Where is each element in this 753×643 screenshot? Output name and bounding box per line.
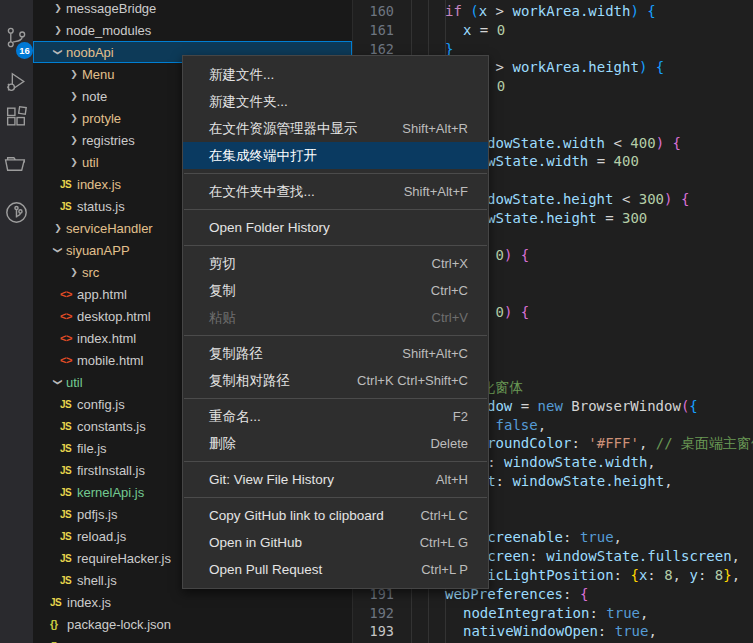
menu-item-label: Git: View File History <box>209 472 334 487</box>
menu-item-label: Copy GitHub link to clipboard <box>209 508 384 523</box>
code-line-192[interactable]: 192nodeIntegration: true, <box>353 604 753 623</box>
js-file-icon: JS <box>60 201 77 212</box>
js-file-icon: JS <box>60 421 77 432</box>
code-line-160[interactable]: 160if (x > workArea.width) { <box>353 2 753 21</box>
line-number: 160 <box>353 2 394 21</box>
menu-item-open-pull-request[interactable]: Open Pull RequestCtrl+L P <box>183 556 488 583</box>
tree-item-label: package-lock.json <box>67 617 171 632</box>
menu-item-shortcut: Ctrl+L G <box>420 535 468 550</box>
menu-item-label: 剪切 <box>209 255 236 273</box>
tree-item-label: index.js <box>77 177 121 192</box>
source-control-icon[interactable]: 16 <box>0 22 33 52</box>
menu-item-label: 删除 <box>209 435 236 453</box>
menu-item-shortcut: Shift+Alt+F <box>404 184 468 199</box>
menu-item-复制[interactable]: 复制Ctrl+C <box>183 277 488 304</box>
menu-item-shortcut: Ctrl+L P <box>421 562 468 577</box>
tree-item-clipped[interactable]: {} <box>33 635 352 643</box>
menu-item-shortcut: Alt+H <box>436 472 468 487</box>
js-file-icon: JS <box>60 443 77 454</box>
menu-item-label: 在集成终端中打开 <box>209 147 317 165</box>
menu-separator <box>184 245 487 246</box>
chevron-down-icon <box>50 245 66 255</box>
tree-item-label: shell.js <box>77 573 117 588</box>
tree-item-label: config.js <box>77 397 125 412</box>
menu-item-新建文件夹-[interactable]: 新建文件夹... <box>183 88 488 115</box>
js-file-icon: JS <box>60 575 77 586</box>
line-number: 193 <box>353 622 394 641</box>
tree-item-label: serviceHandler <box>66 221 153 236</box>
menu-item-label: Open Pull Request <box>209 562 322 577</box>
chevron-right-icon <box>50 223 66 233</box>
tree-item-label: util <box>66 375 83 390</box>
menu-item-git-view-file-history[interactable]: Git: View File HistoryAlt+H <box>183 466 488 493</box>
tree-item-label: util <box>82 155 99 170</box>
tree-item-label: messageBridge <box>66 1 156 16</box>
tree-item-label: pdfjs.js <box>77 507 117 522</box>
menu-item-copy-github-link-to-clipboard[interactable]: Copy GitHub link to clipboardCtrl+L C <box>183 502 488 529</box>
folder-icon[interactable] <box>0 149 33 179</box>
js-file-icon: JS <box>60 399 77 410</box>
tree-item-label: note <box>82 89 107 104</box>
vscode-window: 160if (x > workArea.width) {161x = 0162}… <box>0 0 753 643</box>
code-text: if (x > workArea.width) { <box>445 2 656 21</box>
tree-item-messageBridge[interactable]: messageBridge <box>33 0 352 19</box>
tree-item-label: app.html <box>77 287 127 302</box>
tree-item-label: firstInstall.js <box>77 463 145 478</box>
menu-item-在文件资源管理器中显示[interactable]: 在文件资源管理器中显示Shift+Alt+R <box>183 115 488 142</box>
menu-item-在文件夹中查找-[interactable]: 在文件夹中查找...Shift+Alt+F <box>183 178 488 205</box>
run-debug-icon[interactable] <box>0 66 33 96</box>
tree-item-label: Menu <box>82 67 115 82</box>
menu-item-shortcut: Delete <box>430 436 468 451</box>
chevron-right-icon <box>66 69 82 79</box>
chevron-right-icon <box>66 135 82 145</box>
menu-item-复制相对路径[interactable]: 复制相对路径Ctrl+K Ctrl+Shift+C <box>183 367 488 394</box>
menu-item-shortcut: Ctrl+X <box>432 256 468 271</box>
tree-item-node_modules[interactable]: node_modules <box>33 19 352 41</box>
tree-item-label: requireHacker.js <box>77 551 171 566</box>
chevron-down-icon <box>50 47 66 57</box>
html-file-icon: <> <box>60 354 77 366</box>
html-file-icon: <> <box>60 310 77 322</box>
menu-item-shortcut: Ctrl+K Ctrl+Shift+C <box>357 373 468 388</box>
js-file-icon: JS <box>60 487 77 498</box>
menu-item-剪切[interactable]: 剪切Ctrl+X <box>183 250 488 277</box>
menu-item-删除[interactable]: 删除Delete <box>183 430 488 457</box>
extensions-icon[interactable] <box>0 101 33 131</box>
tree-item-label: index.html <box>77 331 136 346</box>
menu-item-open-in-github[interactable]: Open in GitHubCtrl+L G <box>183 529 488 556</box>
menu-item-新建文件-[interactable]: 新建文件... <box>183 61 488 88</box>
menu-item-open-folder-history[interactable]: Open Folder History <box>183 214 488 241</box>
menu-item-shortcut: Shift+Alt+C <box>402 346 468 361</box>
code-line-193[interactable]: 193nativeWindowOpen: true, <box>353 622 753 641</box>
menu-item-label: 在文件夹中查找... <box>209 183 315 201</box>
chevron-right-icon <box>50 25 66 35</box>
tree-item-label: index.js <box>67 595 111 610</box>
tree-item-package-lock.json[interactable]: {}package-lock.json <box>33 613 352 635</box>
tree-item-label: protyle <box>82 111 121 126</box>
menu-item-label: 复制相对路径 <box>209 372 290 390</box>
menu-item-label: 复制路径 <box>209 345 263 363</box>
circle-fork-icon[interactable] <box>0 197 33 227</box>
tree-item-label: reload.js <box>77 529 126 544</box>
menu-item-label: 新建文件... <box>209 66 274 84</box>
code-text: backgroundColor: '#FFF', // 桌面端主窗体背景色 <box>445 434 753 453</box>
tree-item-label: node_modules <box>66 23 151 38</box>
menu-item-重命名-[interactable]: 重命名...F2 <box>183 403 488 430</box>
tree-item-label: src <box>82 265 99 280</box>
chevron-down-icon <box>50 377 66 387</box>
line-number: 161 <box>353 21 394 40</box>
code-text: trafficLightPosition: {x: 8, y: 8}, <box>445 566 740 585</box>
scm-changes-badge: 16 <box>16 42 33 59</box>
code-line-161[interactable]: 161x = 0 <box>353 21 753 40</box>
js-file-icon: JS <box>60 553 77 564</box>
menu-separator <box>184 173 487 174</box>
menu-item-复制路径[interactable]: 复制路径Shift+Alt+C <box>183 340 488 367</box>
chevron-right-icon <box>50 3 66 13</box>
tree-item-label: siyuanAPP <box>66 243 130 258</box>
tree-item-index.js[interactable]: JSindex.js <box>33 591 352 613</box>
tree-item-label: file.js <box>77 441 107 456</box>
js-file-icon: JS <box>60 531 77 542</box>
menu-item-label: 新建文件夹... <box>209 93 288 111</box>
tree-item-label: registries <box>82 133 135 148</box>
menu-item-在集成终端中打开[interactable]: 在集成终端中打开 <box>183 142 488 169</box>
